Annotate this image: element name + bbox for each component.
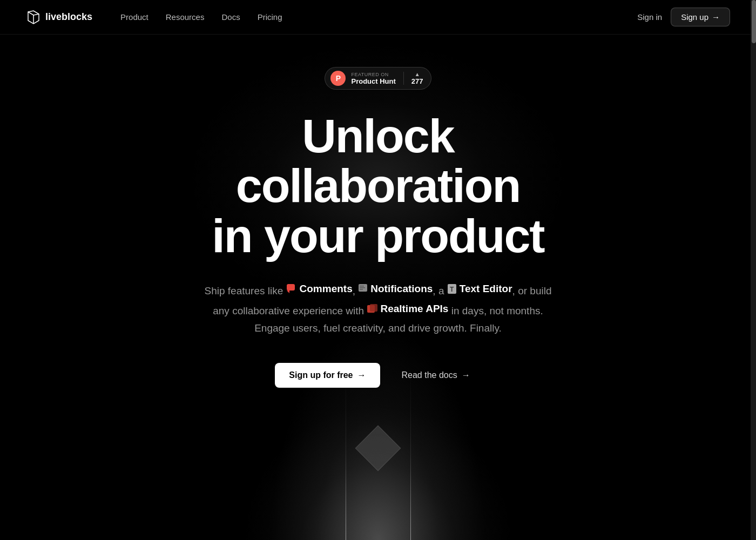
bottom-glow (243, 405, 513, 540)
product-hunt-text: FEATURED ON Product Hunt (351, 72, 395, 85)
feature-text-editor: T Text Editor (447, 280, 512, 298)
feature-realtime: Realtime APIs (367, 300, 448, 318)
notifications-icon (358, 284, 368, 294)
vertical-line-left (346, 367, 346, 540)
svg-rect-2 (360, 286, 364, 287)
scrollbar (751, 0, 756, 540)
feature-comments: Comments (286, 280, 353, 298)
logo-text: liveblocks (45, 11, 92, 23)
main-content: P FEATURED ON Product Hunt ▲ 277 Unlock … (0, 35, 756, 388)
nav-right: Sign in Sign up → (637, 8, 730, 26)
svg-text:T: T (450, 286, 454, 293)
svg-rect-3 (360, 287, 365, 288)
svg-rect-4 (360, 289, 363, 290)
comments-icon (286, 284, 297, 294)
scrollbar-thumb[interactable] (752, 0, 756, 43)
nav-link-pricing[interactable]: Pricing (251, 9, 289, 25)
nav-link-docs[interactable]: Docs (215, 9, 246, 25)
navbar: liveblocks Product Resources Docs Pricin… (0, 0, 756, 35)
signin-link[interactable]: Sign in (637, 12, 662, 22)
product-hunt-badge[interactable]: P FEATURED ON Product Hunt ▲ 277 (325, 67, 431, 90)
svg-rect-8 (370, 304, 377, 312)
svg-rect-0 (287, 284, 295, 291)
vertical-line-right (410, 367, 411, 540)
text-editor-icon: T (447, 284, 457, 294)
feature-notifications: Notifications (358, 280, 433, 298)
hero-heading: Unlock collaboration in your product (212, 111, 544, 261)
nav-links: Product Resources Docs Pricing (114, 9, 288, 25)
nav-link-resources[interactable]: Resources (159, 9, 211, 25)
product-hunt-votes: ▲ 277 (411, 71, 423, 85)
nav-signup-button[interactable]: Sign up → (671, 8, 730, 26)
realtime-icon (367, 303, 377, 314)
ph-divider (403, 72, 404, 85)
hero-subtext: Ship features like Comments , Notificati… (205, 280, 552, 337)
read-docs-button[interactable]: Read the docs → (391, 363, 481, 388)
product-hunt-logo: P (330, 71, 346, 86)
nav-left: liveblocks Product Resources Docs Pricin… (26, 9, 289, 25)
logo[interactable]: liveblocks (26, 10, 92, 25)
nav-link-product[interactable]: Product (114, 9, 155, 25)
cta-row: Sign up for free → Read the docs → (275, 363, 481, 388)
signup-free-button[interactable]: Sign up for free → (275, 363, 380, 388)
logo-icon (26, 10, 41, 25)
